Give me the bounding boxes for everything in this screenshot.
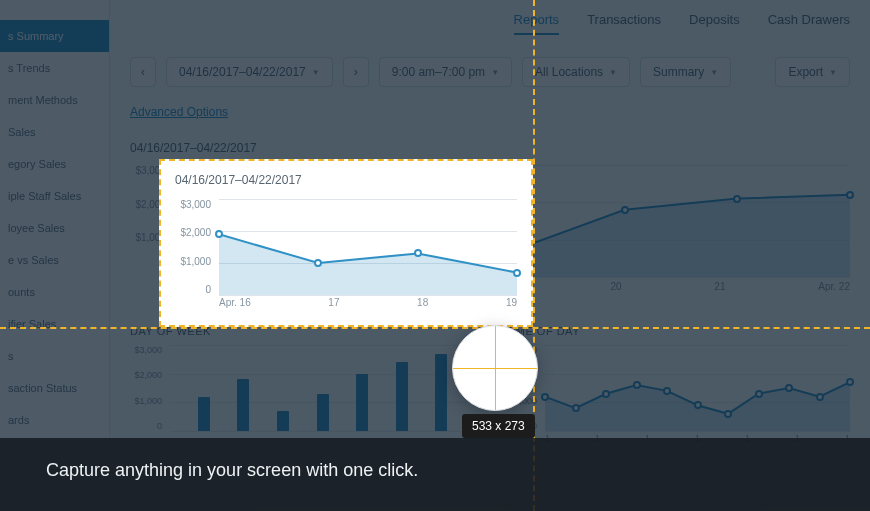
caption-text: Capture anything in your screen with one… (46, 460, 418, 480)
chevron-down-icon: ▼ (710, 68, 718, 77)
date-range-picker[interactable]: 04/16/2017–04/22/2017▼ (166, 57, 333, 87)
caption-bar: Capture anything in your screen with one… (0, 438, 870, 511)
export-button[interactable]: Export▼ (775, 57, 850, 87)
sidebar-nav: s Summary s Trends ment Methods Sales eg… (0, 0, 110, 511)
time-range-picker[interactable]: 9:00 am–7:00 pm▼ (379, 57, 512, 87)
location-picker[interactable]: All Locations▼ (522, 57, 630, 87)
chart-plot-area (170, 345, 475, 431)
sidebar-item-discounts[interactable]: ounts (0, 276, 109, 308)
y-axis-labels: $3,000 $2,000 $1,000 0 (130, 345, 166, 431)
tab-reports[interactable]: Reports (514, 12, 560, 35)
y-axis-labels: $3,000 $2,000 $1,000 0 (505, 345, 541, 431)
summary-mode-picker[interactable]: Summary▼ (640, 57, 731, 87)
sidebar-item-misc[interactable]: s (0, 340, 109, 372)
sidebar-item-transaction-status[interactable]: saction Status (0, 372, 109, 404)
chart-title: 04/16/2017–04/22/2017 (130, 141, 850, 155)
y-axis-labels: $3,000 $2,000 $1,000 0 (175, 199, 215, 295)
sidebar-item-cards[interactable]: ards (0, 404, 109, 436)
tab-deposits[interactable]: Deposits (689, 12, 740, 35)
sidebar-item-summary[interactable]: s Summary (0, 20, 109, 52)
sidebar-item-e-vs-sales[interactable]: e vs Sales (0, 244, 109, 276)
tab-transactions[interactable]: Transactions (587, 12, 661, 35)
sidebar-item-trends[interactable]: s Trends (0, 52, 109, 84)
day-of-week-chart: DAY OF WEEK $3,000 $2,000 $1,000 0 (130, 325, 475, 445)
x-axis-labels: Apr. 16171819 (219, 297, 517, 311)
prev-date-range-button[interactable]: ‹ (130, 57, 156, 87)
chart-title: TIME OF DAY (505, 325, 850, 337)
sidebar-item-payment-methods[interactable]: ment Methods (0, 84, 109, 116)
chart-plot-area (219, 199, 517, 295)
sidebar-item-category-sales[interactable]: egory Sales (0, 148, 109, 180)
sidebar-item-employee-sales[interactable]: loyee Sales (0, 212, 109, 244)
capture-selection[interactable]: 04/16/2017–04/22/2017 $3,000 $2,000 $1,0… (159, 159, 533, 327)
chevron-down-icon: ▼ (829, 68, 837, 77)
time-of-day-chart: TIME OF DAY $3,000 $2,000 $1,000 0 11 (505, 325, 850, 445)
sidebar-item-sales[interactable]: Sales (0, 116, 109, 148)
top-tabs: Reports Transactions Deposits Cash Drawe… (130, 0, 850, 47)
tab-cash-drawers[interactable]: Cash Drawers (768, 12, 850, 35)
sidebar-item-staff-sales[interactable]: iple Staff Sales (0, 180, 109, 212)
chevron-down-icon: ▼ (609, 68, 617, 77)
chevron-down-icon: ▼ (491, 68, 499, 77)
chevron-right-icon: › (354, 65, 358, 79)
chart-title: 04/16/2017–04/22/2017 (175, 173, 517, 187)
advanced-options-link[interactable]: Advanced Options (130, 105, 228, 119)
chevron-left-icon: ‹ (141, 65, 145, 79)
chevron-down-icon: ▼ (312, 68, 320, 77)
filter-bar: ‹ 04/16/2017–04/22/2017▼ › 9:00 am–7:00 … (130, 57, 850, 87)
sidebar-item-modifier-sales[interactable]: ifier Sales (0, 308, 109, 340)
next-date-range-button[interactable]: › (343, 57, 369, 87)
chart-plot-area (545, 345, 850, 431)
